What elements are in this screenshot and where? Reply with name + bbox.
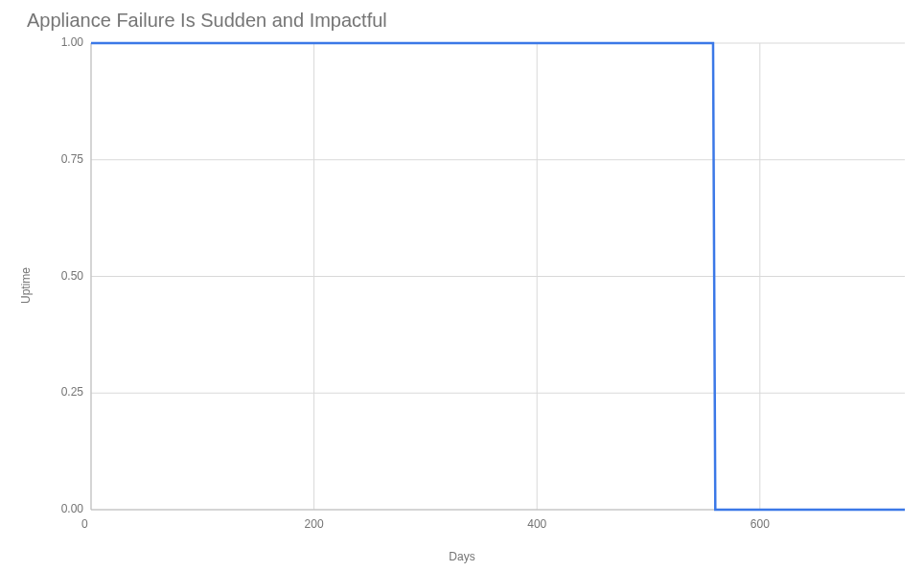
- x-tick-label: 400: [527, 517, 546, 531]
- x-tick-label: 0: [81, 517, 88, 531]
- y-tick-label: 0.25: [61, 385, 83, 399]
- y-tick-label: 1.00: [61, 35, 83, 49]
- y-tick-label: 0.00: [61, 502, 83, 515]
- chart-area: [0, 0, 924, 571]
- y-tick-label: 0.75: [61, 152, 83, 166]
- x-tick-label: 600: [751, 517, 770, 531]
- x-tick-label: 200: [305, 517, 324, 531]
- y-tick-label: 0.50: [61, 269, 83, 283]
- chart-svg: [0, 0, 924, 571]
